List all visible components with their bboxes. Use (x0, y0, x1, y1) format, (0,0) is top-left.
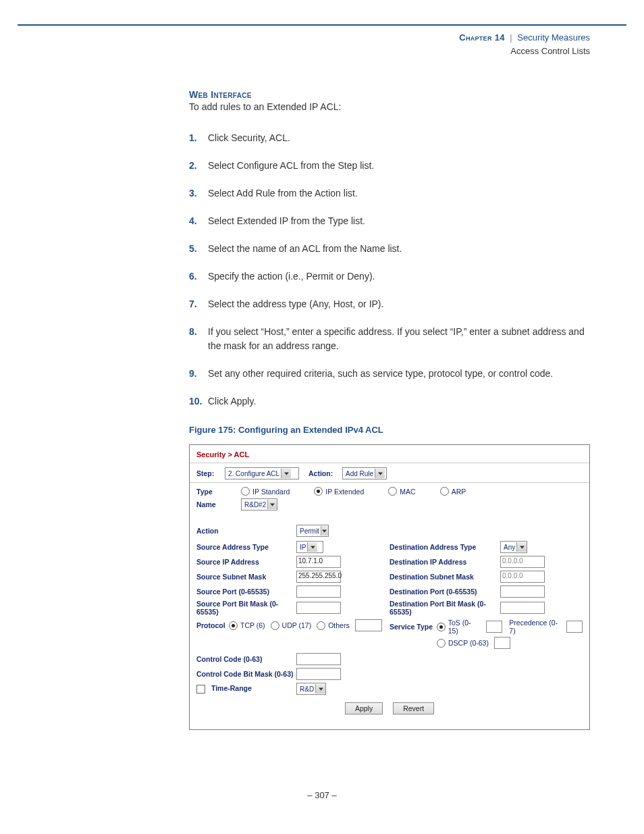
button-bar: Apply Revert (196, 697, 583, 721)
src-ip-label: Source IP Address (196, 558, 296, 566)
type-radio-ip-standard[interactable]: IP Standard (241, 487, 290, 496)
type-row: Type IP Standard IP Extended MAC ARP (190, 483, 589, 498)
src-addr-type-label: Source Address Type (196, 543, 296, 551)
step-select[interactable]: 2. Configure ACL (225, 467, 299, 479)
step-item: Set any other required criteria, such as… (189, 367, 594, 381)
time-range-value: R&D (300, 685, 314, 693)
svg-marker-2 (270, 503, 275, 506)
protocol-radio-others[interactable]: Others (317, 621, 350, 630)
svg-marker-0 (284, 472, 289, 475)
step-item: Select the name of an ACL from the Name … (189, 242, 594, 256)
tos-input[interactable] (486, 621, 502, 633)
dst-mask-input[interactable]: 0.0.0.0 (500, 571, 545, 583)
svg-marker-3 (322, 529, 327, 532)
action-field-value: Permit (300, 527, 319, 535)
control-code-input[interactable] (296, 653, 341, 665)
dst-addr-type-label: Destination Address Type (390, 543, 500, 551)
service-type-radio-dscp[interactable]: DSCP (0-63) (437, 639, 489, 648)
chevron-down-icon (307, 542, 317, 552)
lead-text: To add rules to an Extended IP ACL: (189, 101, 594, 112)
control-code-mask-label: Control Code Bit Mask (0-63) (196, 670, 296, 678)
radio-icon (440, 487, 449, 496)
src-port-label: Source Port (0-65535) (196, 588, 296, 596)
action-field-select[interactable]: Permit (296, 525, 329, 537)
name-select-value: R&D#2 (244, 501, 266, 509)
page-header-text: Chapter 14 | Security Measures Access Co… (459, 31, 590, 57)
control-code-mask-input[interactable] (296, 668, 341, 680)
page-number: – 307 – (0, 790, 644, 800)
precedence-input[interactable] (566, 621, 583, 633)
protocol-radio-udp[interactable]: UDP (17) (271, 621, 312, 630)
radio-icon (314, 487, 323, 496)
action-select[interactable]: Add Rule (342, 467, 387, 479)
radio-icon (229, 621, 238, 630)
radio-label: IP Standard (252, 488, 290, 496)
radio-label: MAC (400, 488, 415, 496)
type-radio-mac[interactable]: MAC (388, 487, 415, 496)
src-ip-input[interactable]: 10.7.1.0 (296, 556, 341, 568)
dst-addr-type-select[interactable]: Any (500, 541, 527, 553)
type-radio-arp[interactable]: ARP (440, 487, 466, 496)
radio-label: ARP (452, 488, 466, 496)
src-port-input[interactable] (296, 585, 341, 598)
dst-ip-label: Destination IP Address (390, 558, 500, 566)
chevron-down-icon (315, 684, 325, 694)
time-range-select[interactable]: R&D (296, 683, 326, 695)
chevron-down-icon (281, 469, 291, 478)
dst-mask-label: Destination Subnet Mask (390, 573, 500, 581)
dst-ip-input[interactable]: 0.0.0.0 (500, 556, 545, 568)
src-addr-type-select[interactable]: IP (296, 541, 323, 553)
dst-addr-type-value: Any (504, 544, 515, 551)
radio-icon (437, 639, 446, 648)
apply-button[interactable]: Apply (345, 702, 383, 714)
src-mask-label: Source Subnet Mask (196, 573, 296, 581)
step-item: Select Add Rule from the Action list. (189, 186, 594, 201)
protocol-label: Protocol (196, 621, 229, 629)
step-item: Click Security, ACL. (189, 131, 594, 145)
protocol-radio-tcp[interactable]: TCP (6) (229, 621, 265, 630)
dscp-input[interactable] (494, 637, 510, 649)
radio-icon (388, 487, 397, 496)
steps-list: Click Security, ACL. Select Configure AC… (189, 131, 594, 409)
step-item: Select Configure ACL from the Step list. (189, 159, 594, 173)
breadcrumb: Security > ACL (190, 445, 589, 463)
service-type-radio-tos[interactable]: ToS (0-15) (437, 619, 481, 635)
dst-port-input[interactable] (500, 585, 545, 598)
svg-marker-1 (378, 472, 383, 475)
radio-icon (437, 623, 446, 631)
time-range-checkbox[interactable] (196, 685, 205, 694)
chevron-down-icon (321, 526, 328, 536)
svg-marker-4 (311, 546, 315, 548)
type-radio-ip-extended[interactable]: IP Extended (314, 487, 364, 496)
header-subtitle: Access Control Lists (510, 46, 590, 56)
radio-label: IP Extended (325, 488, 364, 496)
radio-label: Others (328, 621, 350, 629)
step-item: If you select “Host,” enter a specific a… (189, 325, 594, 353)
dst-port-label: Destination Port (0-65535) (390, 588, 500, 596)
radio-icon (241, 487, 250, 496)
radio-icon (317, 621, 325, 630)
chevron-down-icon (267, 500, 277, 509)
action-label: Action: (308, 469, 338, 477)
radio-label: UDP (17) (282, 621, 312, 629)
src-mask-input[interactable]: 255.255.255.0 (296, 571, 341, 583)
protocol-others-input[interactable] (355, 619, 382, 631)
type-label: Type (196, 488, 237, 496)
revert-button[interactable]: Revert (393, 702, 434, 714)
src-port-mask-input[interactable] (296, 602, 341, 614)
acl-screenshot: Security > ACL Step: 2. Configure ACL Ac… (189, 444, 590, 730)
name-select[interactable]: R&D#2 (241, 498, 277, 511)
time-range-label: Time-Range (211, 684, 252, 692)
time-range-field: Time-Range (196, 684, 296, 694)
step-action-row: Step: 2. Configure ACL Action: Add Rule (190, 463, 589, 482)
dst-port-mask-input[interactable] (500, 602, 545, 614)
service-type-label: Service Type (390, 623, 437, 631)
step-item: Select the address type (Any, Host, or I… (189, 297, 594, 311)
radio-label: ToS (0-15) (448, 619, 481, 635)
dst-port-mask-label: Destination Port Bit Mask (0-65535) (390, 600, 500, 616)
step-item: Specify the action (i.e., Permit or Deny… (189, 269, 594, 284)
action-field-label: Action (196, 527, 296, 535)
radio-label: TCP (6) (240, 621, 265, 629)
chapter-label: Chapter 14 (459, 32, 504, 43)
step-select-value: 2. Configure ACL (228, 470, 279, 477)
